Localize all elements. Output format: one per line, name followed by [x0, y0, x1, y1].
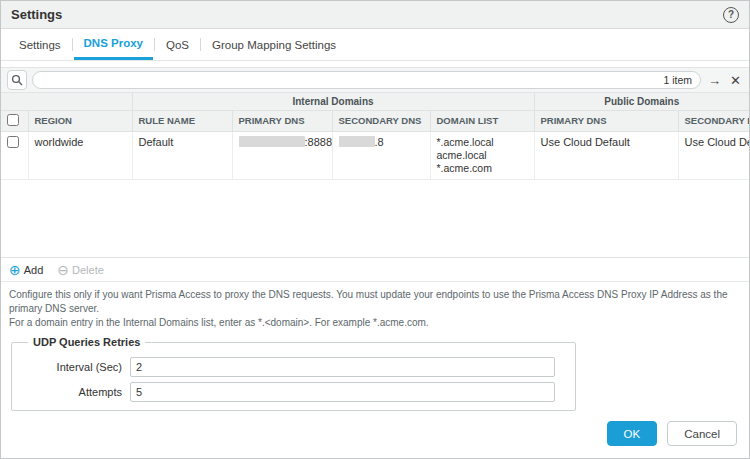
cell-secondary-dns: .8	[332, 131, 430, 179]
column-header-rule-name[interactable]: RULE NAME	[132, 110, 232, 131]
add-button[interactable]: ⊕ Add	[9, 263, 43, 277]
help-notes: Configure this only if you want Prisma A…	[1, 282, 749, 332]
tab-group-mapping-settings[interactable]: Group Mapping Settings	[202, 29, 346, 60]
table-group-header-row: Internal Domains Public Domains	[1, 93, 749, 110]
attempts-label: Attempts	[22, 386, 130, 398]
settings-dialog: Settings ? Settings DNS Proxy QoS Group …	[1, 1, 749, 458]
tab-qos[interactable]: QoS	[156, 29, 199, 60]
interval-label: Interval (Sec)	[22, 361, 130, 373]
attempts-input[interactable]	[130, 382, 555, 402]
attempts-row: Attempts	[22, 382, 565, 402]
tab-separator	[154, 38, 155, 51]
apply-filter-icon[interactable]: →	[706, 74, 723, 87]
tab-settings[interactable]: Settings	[9, 29, 71, 60]
filter-input[interactable]	[41, 74, 664, 86]
ok-button[interactable]: OK	[607, 421, 658, 446]
group-header-public-domains: Public Domains	[534, 93, 749, 110]
interval-row: Interval (Sec)	[22, 357, 565, 377]
column-header-primary-dns[interactable]: PRIMARY DNS	[232, 110, 332, 131]
header-checkbox-cell	[1, 110, 28, 131]
row-checkbox[interactable]	[7, 136, 19, 148]
group-header-spacer	[1, 93, 132, 110]
table-row[interactable]: worldwide Default :8888 .8 *.acme.local …	[1, 131, 749, 179]
tab-bar: Settings DNS Proxy QoS Group Mapping Set…	[1, 29, 749, 61]
redacted-value	[239, 136, 305, 147]
tab-separator	[72, 38, 73, 51]
search-icon[interactable]	[7, 70, 27, 90]
column-header-secondary-dns[interactable]: SECONDARY DNS	[332, 110, 430, 131]
primary-dns-suffix: :8888	[305, 136, 333, 148]
note-line-2: For a domain entry in the Internal Domai…	[9, 316, 741, 330]
column-header-domain-list[interactable]: DOMAIN LIST	[430, 110, 534, 131]
plus-circle-icon: ⊕	[9, 263, 21, 277]
redacted-value	[339, 136, 375, 147]
dns-proxy-table: Internal Domains Public Domains REGION R…	[1, 93, 749, 258]
interval-input[interactable]	[130, 357, 555, 377]
udp-queries-retries-group: UDP Queries Retries Interval (Sec) Attem…	[11, 336, 576, 411]
column-header-public-secondary-dns[interactable]: SECONDARY DNS	[678, 110, 749, 131]
minus-circle-icon: ⊖	[57, 263, 69, 277]
dialog-footer: OK Cancel	[1, 411, 749, 458]
dialog-title: Settings	[11, 7, 62, 22]
tab-separator	[200, 38, 201, 51]
row-checkbox-cell	[1, 131, 28, 179]
tab-dns-proxy[interactable]: DNS Proxy	[74, 29, 153, 60]
delete-button-label: Delete	[72, 264, 104, 276]
cell-domain-list: *.acme.local acme.local *.acme.com	[430, 131, 534, 179]
filter-searchbox: 1 item	[32, 71, 701, 89]
cell-public-primary-dns: Use Cloud Default	[534, 131, 678, 179]
help-icon[interactable]: ?	[723, 7, 739, 23]
udp-queries-retries-legend: UDP Queries Retries	[28, 336, 145, 348]
cancel-button[interactable]: Cancel	[667, 421, 737, 446]
title-bar: Settings ?	[1, 1, 749, 29]
note-line-1: Configure this only if you want Prisma A…	[9, 288, 741, 316]
table-actions-bar: ⊕ Add ⊖ Delete	[1, 258, 749, 282]
add-button-label: Add	[24, 264, 44, 276]
delete-button[interactable]: ⊖ Delete	[57, 263, 104, 277]
column-header-public-primary-dns[interactable]: PRIMARY DNS	[534, 110, 678, 131]
cell-rule-name: Default	[132, 131, 232, 179]
select-all-checkbox[interactable]	[7, 114, 19, 126]
cell-region: worldwide	[28, 131, 132, 179]
column-header-region[interactable]: REGION	[28, 110, 132, 131]
filter-toolbar: 1 item → ✕	[1, 67, 749, 93]
cell-public-secondary-dns: Use Cloud Default	[678, 131, 749, 179]
table-column-header-row: REGION RULE NAME PRIMARY DNS SECONDARY D…	[1, 110, 749, 131]
secondary-dns-suffix: .8	[375, 136, 384, 148]
cell-primary-dns: :8888	[232, 131, 332, 179]
item-count: 1 item	[664, 74, 693, 86]
group-header-internal-domains: Internal Domains	[132, 93, 534, 110]
clear-filter-icon[interactable]: ✕	[728, 74, 743, 87]
